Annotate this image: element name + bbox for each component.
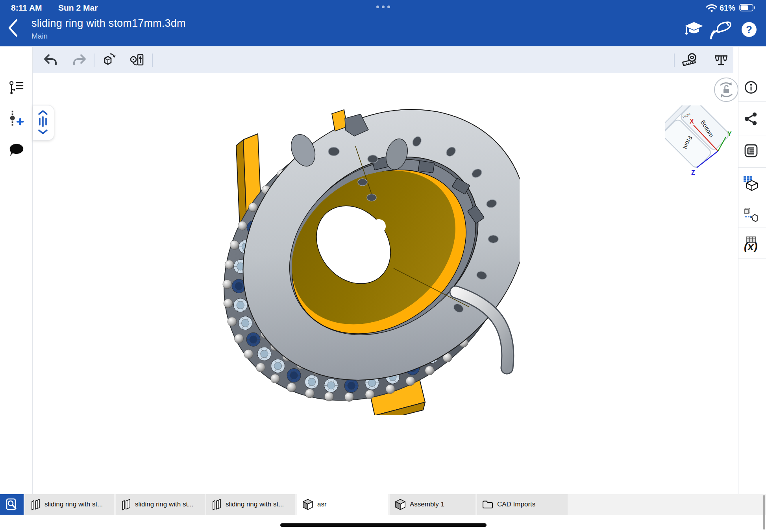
- help-icon[interactable]: ?: [741, 22, 757, 37]
- document-tab[interactable]: Assembly 1: [390, 494, 476, 515]
- back-chevron-icon[interactable]: [6, 18, 20, 37]
- tab-label: asr: [317, 501, 327, 508]
- sidebar-section-divider: [738, 227, 766, 227]
- wifi-icon: [706, 4, 717, 12]
- weight-balance-icon[interactable]: [713, 52, 729, 68]
- tab-label: CAD Imports: [497, 501, 535, 508]
- axis-x-label: X: [690, 118, 694, 125]
- sidebar-section-divider: [738, 101, 766, 102]
- document-tab[interactable]: sliding ring with st...: [116, 494, 205, 515]
- model-viewport-ring[interactable]: [220, 100, 520, 415]
- search-icon: [5, 498, 19, 511]
- redo-icon[interactable]: [72, 52, 87, 68]
- panel-handle[interactable]: [33, 105, 54, 140]
- measure-tape-icon[interactable]: [682, 52, 698, 68]
- tutorials-cap-icon[interactable]: [684, 21, 704, 39]
- battery-percent: 61%: [720, 4, 735, 13]
- revolve-icon[interactable]: [129, 52, 145, 68]
- page-subtitle: Main: [31, 32, 48, 41]
- document-tab-active[interactable]: asr: [297, 494, 388, 515]
- multitask-dots[interactable]: [376, 6, 390, 8]
- status-date: Sun 2 Mar: [58, 3, 98, 13]
- sidebar-section-divider: [738, 259, 766, 259]
- toolbar-separator: [94, 54, 94, 67]
- tab-label: sliding ring with st...: [135, 501, 193, 508]
- tab-label: Assembly 1: [410, 501, 444, 508]
- undo-icon[interactable]: [43, 52, 58, 68]
- home-indicator[interactable]: [280, 523, 487, 527]
- panel-handle-chevrons: [35, 107, 51, 139]
- items-history-icon[interactable]: [9, 79, 24, 95]
- top-blue-bar: 8:11 AM Sun 2 Mar 61% sliding ring with …: [0, 0, 766, 47]
- model-slabs-icon: [30, 499, 41, 510]
- document-tab[interactable]: sliding ring with st...: [206, 494, 295, 515]
- status-time: 8:11 AM: [11, 3, 42, 13]
- add-body-icon[interactable]: [9, 110, 24, 126]
- view-cube[interactable]: Front Bottom Right X Y Z: [665, 105, 750, 184]
- model-slabs-icon: [121, 499, 131, 510]
- document-tab[interactable]: CAD Imports: [477, 494, 568, 515]
- toolbar-separator: [152, 54, 153, 67]
- tab-label: sliding ring with st...: [226, 501, 284, 508]
- document-tab[interactable]: sliding ring with st...: [25, 494, 114, 515]
- model-slabs-icon: [211, 499, 222, 510]
- svg-text:?: ?: [746, 24, 752, 35]
- sidebar-section-divider: [738, 200, 766, 200]
- variables-fx-icon[interactable]: (x): [743, 236, 759, 252]
- axis-y-label: Y: [727, 131, 732, 137]
- orbit-lock-icon[interactable]: [713, 77, 739, 103]
- comment-icon[interactable]: [9, 142, 24, 158]
- axis-z-label: Z: [691, 169, 695, 176]
- import-body-icon[interactable]: [102, 52, 117, 68]
- tab-label: sliding ring with st...: [44, 501, 103, 508]
- assembly-cube-icon: [302, 499, 313, 510]
- assembly-cube-icon: [395, 499, 406, 510]
- svg-text:(x): (x): [744, 240, 757, 252]
- info-icon[interactable]: [743, 79, 759, 95]
- folder-icon: [482, 500, 493, 509]
- toolbar-separator: [674, 54, 675, 67]
- tabbar-scrollbar[interactable]: [763, 495, 765, 530]
- pencil-connect-icon[interactable]: [710, 20, 732, 39]
- page-title: sliding ring with stom17mm.3dm: [31, 17, 186, 30]
- convert-body-icon[interactable]: [743, 207, 759, 223]
- search-button[interactable]: [0, 494, 24, 515]
- battery-icon: [739, 4, 756, 12]
- document-tab-bar: sliding ring with st... sliding ring wit…: [0, 494, 766, 515]
